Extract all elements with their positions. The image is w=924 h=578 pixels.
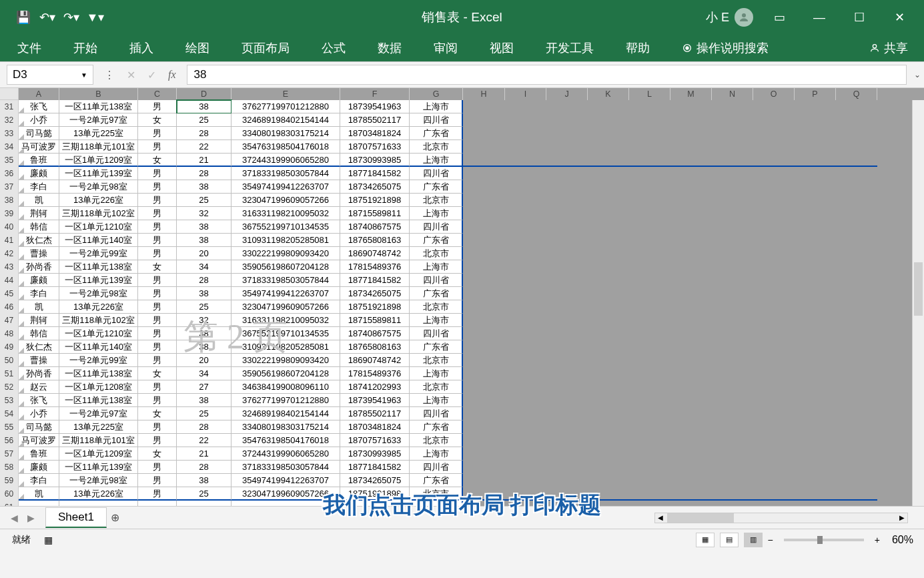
cell[interactable] xyxy=(670,140,712,154)
row-header[interactable]: 34 xyxy=(0,140,19,154)
cell[interactable]: 18739541963 xyxy=(340,394,410,407)
cell[interactable]: 18771841582 xyxy=(340,461,410,474)
cell[interactable] xyxy=(712,207,753,220)
cell[interactable] xyxy=(588,394,629,407)
cell[interactable] xyxy=(588,380,629,394)
cell[interactable]: 女 xyxy=(138,260,177,274)
cell[interactable]: 354763198504176018 xyxy=(232,140,340,154)
cell[interactable] xyxy=(588,247,629,260)
cell[interactable] xyxy=(836,300,877,314)
cell[interactable] xyxy=(795,474,836,487)
cell[interactable]: 鲁班 xyxy=(19,154,59,167)
cell[interactable] xyxy=(505,100,546,113)
zoom-out-icon[interactable]: − xyxy=(768,535,773,545)
ribbon-tab-insert[interactable]: 插入 xyxy=(125,37,157,59)
cell[interactable] xyxy=(670,207,712,220)
cell[interactable] xyxy=(795,247,836,260)
cell[interactable] xyxy=(753,380,795,394)
cell[interactable]: 一号2单元98室 xyxy=(59,180,138,194)
cell[interactable] xyxy=(463,207,505,220)
cell[interactable] xyxy=(505,474,546,487)
cell[interactable] xyxy=(670,220,712,234)
cell[interactable] xyxy=(753,367,795,380)
cell[interactable] xyxy=(712,167,753,180)
cell[interactable] xyxy=(629,434,670,447)
cell[interactable] xyxy=(588,327,629,340)
column-header-L[interactable]: L xyxy=(629,88,670,100)
row-header[interactable]: 53 xyxy=(0,394,19,407)
cell[interactable] xyxy=(463,367,505,380)
zoom-slider[interactable] xyxy=(784,539,864,541)
cell[interactable] xyxy=(836,194,877,207)
cell[interactable]: 上海市 xyxy=(410,314,463,327)
cell[interactable]: 372443199906065280 xyxy=(232,447,340,461)
row-header[interactable]: 35 xyxy=(0,154,19,167)
cell[interactable] xyxy=(753,287,795,300)
cell[interactable] xyxy=(505,501,546,506)
cell[interactable]: 324689198402154144 xyxy=(232,113,340,127)
cell[interactable]: 18765808163 xyxy=(340,234,410,247)
cell[interactable] xyxy=(588,287,629,300)
row-header[interactable]: 45 xyxy=(0,287,19,300)
cell[interactable] xyxy=(836,447,877,461)
cell[interactable]: 367552199710134535 xyxy=(232,327,340,340)
ribbon-tab-data[interactable]: 数据 xyxy=(374,37,406,59)
cell[interactable]: 367552199710134535 xyxy=(232,220,340,234)
cell[interactable]: 371833198503057844 xyxy=(232,461,340,474)
formula-input[interactable]: 38 xyxy=(187,65,907,85)
cell[interactable]: 男 xyxy=(138,247,177,260)
cell[interactable]: 廉颇 xyxy=(19,461,59,474)
cell[interactable]: 27 xyxy=(177,380,232,394)
cell[interactable] xyxy=(546,394,588,407)
cell[interactable] xyxy=(463,501,505,506)
cell[interactable] xyxy=(795,274,836,287)
cell[interactable]: 18751921898 xyxy=(340,194,410,207)
cell[interactable] xyxy=(795,113,836,127)
sheet-nav-next-icon[interactable]: ▶ xyxy=(27,513,35,523)
cell[interactable] xyxy=(463,447,505,461)
cell[interactable] xyxy=(629,380,670,394)
cell[interactable] xyxy=(463,127,505,140)
cell[interactable] xyxy=(795,194,836,207)
cell[interactable] xyxy=(753,167,795,180)
cell[interactable] xyxy=(629,100,670,113)
cell[interactable] xyxy=(836,327,877,340)
cell[interactable] xyxy=(670,367,712,380)
cell[interactable] xyxy=(505,247,546,260)
cell[interactable]: 372443199906065280 xyxy=(232,154,340,167)
ribbon-tab-file[interactable]: 文件 xyxy=(13,37,45,59)
cell[interactable] xyxy=(463,380,505,394)
cell[interactable]: 上海市 xyxy=(410,447,463,461)
cell[interactable]: 13单元226室 xyxy=(59,487,138,501)
cell[interactable] xyxy=(505,420,546,434)
cell[interactable] xyxy=(588,354,629,367)
cell[interactable] xyxy=(795,100,836,113)
ribbon-tab-view[interactable]: 视图 xyxy=(486,37,518,59)
cell[interactable]: 18751921898 xyxy=(340,487,410,501)
cell[interactable]: 女 xyxy=(138,407,177,420)
cell[interactable]: 赵云 xyxy=(19,380,59,394)
macro-record-icon[interactable]: ▦ xyxy=(44,535,53,545)
vertical-scrollbar[interactable] xyxy=(912,100,924,506)
cell[interactable]: 334080198303175214 xyxy=(232,420,340,434)
cell[interactable]: 18741202993 xyxy=(340,380,410,394)
cell[interactable] xyxy=(795,167,836,180)
cell[interactable] xyxy=(836,220,877,234)
cell[interactable] xyxy=(546,314,588,327)
cell[interactable] xyxy=(588,300,629,314)
cell[interactable]: 四川省 xyxy=(410,274,463,287)
cell[interactable]: 18690748742 xyxy=(340,354,410,367)
cell[interactable] xyxy=(712,220,753,234)
cell[interactable] xyxy=(505,434,546,447)
maximize-icon[interactable]: ☐ xyxy=(845,8,873,27)
add-sheet-icon[interactable]: ⊕ xyxy=(107,511,124,524)
cell[interactable] xyxy=(546,420,588,434)
cell[interactable] xyxy=(546,447,588,461)
cell[interactable] xyxy=(712,327,753,340)
cell[interactable] xyxy=(712,367,753,380)
cell[interactable] xyxy=(505,394,546,407)
cell[interactable]: 荆轲 xyxy=(19,314,59,327)
cell[interactable]: 376277199701212880 xyxy=(232,100,340,113)
row-header[interactable]: 54 xyxy=(0,407,19,420)
hscroll-thumb[interactable] xyxy=(667,513,734,523)
